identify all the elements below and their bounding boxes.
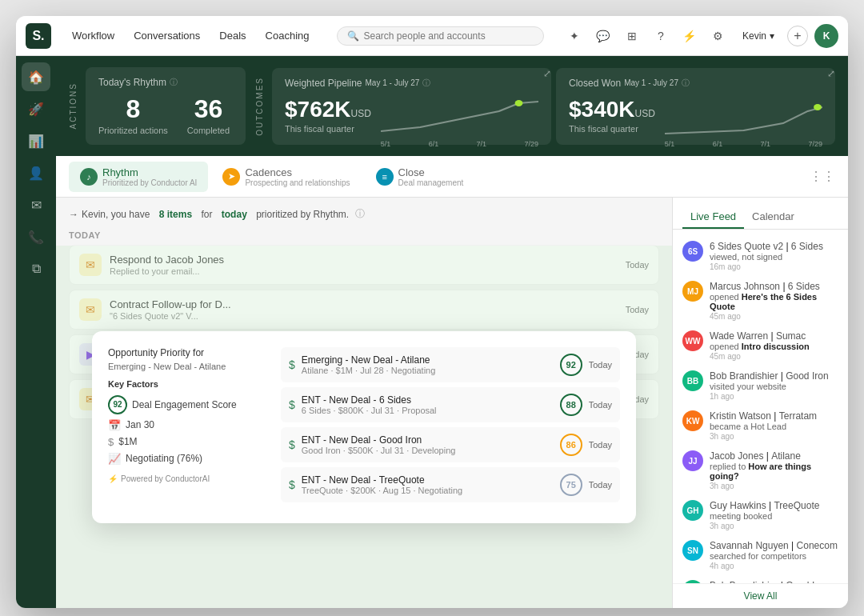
- grid-icon[interactable]: ⊞: [621, 25, 643, 47]
- feed-content: Savannah Nguyen | Conecom searched for c…: [710, 540, 838, 570]
- tab-rhythm[interactable]: ♪ Rhythm Prioritized by Conductor AI: [69, 162, 208, 192]
- compass-icon[interactable]: ✦: [563, 25, 586, 47]
- dollar-icon: $: [289, 438, 295, 451]
- popup-factor-date: 📅 Jan 30: [108, 419, 268, 431]
- rhythm-info-icon[interactable]: ⓘ: [170, 77, 178, 88]
- sidebar-item-email[interactable]: ✉: [22, 190, 50, 219]
- popup-factor-money: $ $1M: [108, 436, 268, 448]
- feed-item[interactable]: 6S 6 Sides Quote v2 | 6 Sides viewed, no…: [673, 236, 848, 276]
- opp-name: Emerging - New Deal - Atilane: [302, 354, 554, 366]
- closed-metric-card: ⤢ Closed Won May 1 - July 27 ⓘ $340KUSD …: [556, 68, 835, 145]
- completed-group: 36 Completed: [187, 94, 230, 135]
- nav-coaching[interactable]: Coaching: [258, 25, 318, 46]
- closed-date: May 1 - July 27: [624, 78, 678, 87]
- pipeline-info-icon[interactable]: ⓘ: [422, 78, 430, 89]
- sidebar-item-chart[interactable]: 📊: [22, 126, 50, 155]
- top-nav: S. Workflow Conversations Deals Coaching…: [16, 16, 848, 56]
- feed-desc: opened Here's the 6 Sides Quote: [710, 292, 838, 311]
- feed-item[interactable]: WW Wade Warren | Sumac opened Intro disc…: [673, 326, 848, 366]
- feed-item[interactable]: SN Savannah Nguyen | Conecom searched fo…: [673, 535, 848, 575]
- feed-item[interactable]: JJ Jacob Jones | Atilane replied to How …: [673, 446, 848, 495]
- today-section-label: Today: [69, 230, 659, 240]
- info-icon[interactable]: ⓘ: [355, 207, 365, 221]
- opp-date: Today: [589, 480, 612, 490]
- feed-item[interactable]: MJ Marcus Johnson | 6 Sides opened Here'…: [673, 276, 848, 326]
- opp-item[interactable]: $ ENT - New Deal - Good Iron Good Iron ·…: [281, 427, 620, 462]
- tabs-row: ♪ Rhythm Prioritized by Conductor AI ➤ C…: [56, 156, 848, 198]
- nav-deals[interactable]: Deals: [211, 25, 254, 46]
- feed-item[interactable]: KW Kristin Watson | Terratam became a Ho…: [673, 406, 848, 446]
- expand-pipeline-icon[interactable]: ⤢: [543, 68, 551, 79]
- feed-item[interactable]: BB Bob Brandishier | Good Iron visited y…: [673, 366, 848, 406]
- opp-score: 92: [560, 354, 582, 376]
- money-icon: $: [108, 436, 114, 448]
- closed-info-icon[interactable]: ⓘ: [682, 78, 690, 89]
- help-icon[interactable]: ?: [650, 25, 672, 47]
- avatar: SN: [682, 540, 703, 561]
- rhythm-tab-label: Rhythm: [102, 166, 138, 178]
- cadences-tab-sub: Prospecting and relationships: [245, 178, 350, 187]
- search-input[interactable]: [364, 30, 534, 42]
- nav-conversations[interactable]: Conversations: [126, 25, 208, 46]
- logo[interactable]: S.: [26, 23, 51, 49]
- nav-workflow[interactable]: Workflow: [64, 25, 122, 46]
- bolt-icon[interactable]: ⚡: [678, 25, 701, 47]
- info-arrow: →: [69, 209, 78, 220]
- user-menu[interactable]: Kevin ▾: [736, 27, 781, 45]
- pipeline-currency: USD: [351, 108, 371, 119]
- info-text1: Kevin, you have: [82, 209, 150, 220]
- tab-cadences[interactable]: ➤ Cadences Prospecting and relationships: [211, 162, 361, 192]
- rhythm-numbers: 8 Prioritized actions 36 Completed: [98, 94, 233, 135]
- prioritized-group: 8 Prioritized actions: [98, 94, 168, 135]
- rhythm-label: Today's Rhythm ⓘ: [98, 77, 233, 88]
- pipeline-subtitle: This fiscal quarter: [285, 124, 371, 134]
- feed-desc: meeting booked: [710, 511, 838, 521]
- view-all-button[interactable]: View All: [673, 583, 848, 608]
- feed-item[interactable]: BB Bob Brandishier | Good Iron 50% Produ…: [673, 575, 848, 583]
- feed-desc: became a Hot Lead: [710, 422, 838, 431]
- info-text2: for: [201, 209, 212, 220]
- search-bar[interactable]: 🔍: [337, 26, 544, 46]
- sidebar-item-phone[interactable]: 📞: [22, 222, 50, 251]
- dollar-icon: $: [289, 398, 295, 411]
- sidebar-item-home[interactable]: 🏠: [22, 62, 50, 91]
- tab-close[interactable]: ≡ Close Deal management: [365, 162, 475, 192]
- feed-item[interactable]: GH Guy Hawkins | TreeQuote meeting booke…: [673, 495, 848, 535]
- rhythm-tab-icon: ♪: [80, 168, 98, 186]
- pipeline-date: May 1 - July 27: [366, 78, 420, 87]
- avatar[interactable]: K: [814, 24, 838, 48]
- feed-time: 3h ago: [710, 432, 838, 441]
- factor-date: Jan 30: [126, 419, 154, 430]
- cadences-tab-icon: ➤: [222, 168, 240, 186]
- sidebar-item-rocket[interactable]: 🚀: [22, 94, 50, 123]
- add-button[interactable]: +: [787, 26, 808, 46]
- opp-details: ENT - New Deal - 6 Sides 6 Sides · $800K…: [302, 394, 554, 415]
- svg-point-1: [814, 104, 822, 110]
- expand-closed-icon[interactable]: ⤢: [827, 68, 835, 79]
- pipeline-value: $762KUSD This fiscal quarter: [285, 97, 371, 134]
- feed-time: 3h ago: [710, 482, 838, 490]
- opp-item[interactable]: $ ENT - New Deal - TreeQuote TreeQuote ·…: [281, 467, 620, 502]
- avatar: WW: [682, 330, 703, 351]
- score-badge: 92: [108, 395, 127, 414]
- tab-grid-icon[interactable]: ⋮⋮: [810, 169, 835, 184]
- opp-item[interactable]: $ ENT - New Deal - 6 Sides 6 Sides · $80…: [281, 387, 620, 422]
- sidebar-item-layers[interactable]: ⧉: [22, 254, 50, 283]
- opp-name: ENT - New Deal - TreeQuote: [302, 474, 554, 486]
- feed-desc: visited your website: [710, 382, 838, 391]
- info-count: 8 items: [159, 209, 192, 220]
- opp-details: ENT - New Deal - Good Iron Good Iron · $…: [302, 434, 554, 455]
- feed-time: 45m ago: [710, 312, 838, 321]
- search-icon: 🔍: [347, 30, 359, 42]
- factor-money: $1M: [118, 436, 137, 447]
- chat-icon[interactable]: 💬: [592, 25, 614, 47]
- cadences-tab-label-group: Cadences Prospecting and relationships: [245, 166, 350, 187]
- settings-icon[interactable]: ⚙: [707, 25, 730, 47]
- feed-tab-calendar[interactable]: Calendar: [744, 204, 802, 229]
- opp-item[interactable]: $ Emerging - New Deal - Atilane Atilane …: [281, 347, 620, 382]
- nav-icons: ✦ 💬 ⊞ ? ⚡ ⚙ Kevin ▾ + K: [563, 24, 838, 48]
- sidebar-item-person[interactable]: 👤: [22, 158, 50, 187]
- feed-tab-live[interactable]: Live Feed: [682, 204, 744, 229]
- feed-time: 1h ago: [710, 392, 838, 401]
- avatar: 6S: [682, 241, 703, 262]
